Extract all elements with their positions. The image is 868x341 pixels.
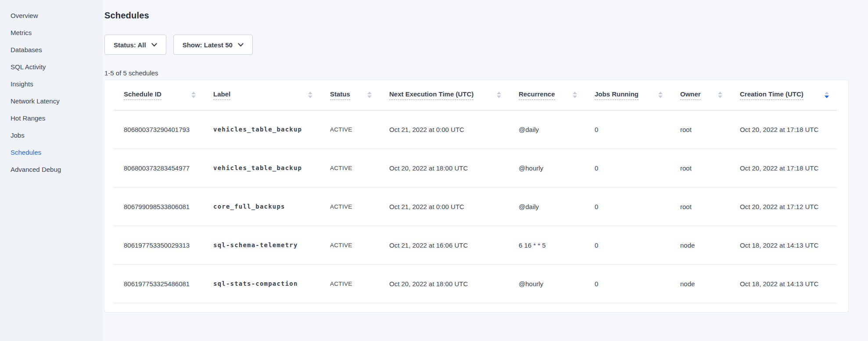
owner-cell: node bbox=[671, 226, 730, 264]
status-cell: ACTIVE bbox=[320, 226, 380, 264]
sidebar: Overview Metrics Databases SQL Activity … bbox=[0, 0, 103, 341]
column-label: Next Execution Time (UTC) bbox=[389, 90, 473, 100]
sidebar-item-hot-ranges[interactable]: Hot Ranges bbox=[0, 110, 103, 127]
sidebar-item-insights[interactable]: Insights bbox=[0, 75, 103, 92]
column-header-status[interactable]: Status bbox=[320, 80, 380, 110]
sort-icon bbox=[191, 92, 196, 98]
page-title: Schedules bbox=[104, 11, 848, 21]
schedule-label-cell: vehicles_table_backup bbox=[204, 149, 320, 187]
results-count: 1-5 of 5 schedules bbox=[104, 69, 848, 77]
column-header-creation-time[interactable]: Creation Time (UTC) bbox=[730, 80, 837, 110]
creation-time-cell: Oct 18, 2022 at 14:13 UTC bbox=[730, 264, 837, 303]
status-cell: ACTIVE bbox=[320, 110, 380, 149]
status-filter-label: Status: All bbox=[114, 41, 146, 49]
sort-icon bbox=[367, 92, 372, 98]
status-filter-dropdown[interactable]: Status: All bbox=[104, 35, 166, 55]
column-label: Owner bbox=[680, 90, 701, 100]
schedule-id-cell: 806197753325486081 bbox=[114, 264, 204, 303]
creation-time-cell: Oct 20, 2022 at 17:18 UTC bbox=[730, 110, 837, 149]
status-cell: ACTIVE bbox=[320, 264, 380, 303]
column-header-owner[interactable]: Owner bbox=[671, 80, 730, 110]
column-label: Schedule ID bbox=[124, 90, 161, 100]
sidebar-item-databases[interactable]: Databases bbox=[0, 41, 103, 58]
next-execution-cell: Oct 20, 2022 at 18:00 UTC bbox=[380, 149, 509, 187]
column-label: Jobs Running bbox=[595, 90, 638, 100]
table-header-row: Schedule ID Label Status Next Execution … bbox=[114, 80, 837, 110]
column-label: Label bbox=[213, 90, 230, 100]
jobs-running-cell: 0 bbox=[585, 264, 671, 303]
table-row: 806197753325486081 sql-stats-compaction … bbox=[114, 264, 837, 303]
table-row: 806799098533806081 core_full_backups ACT… bbox=[114, 187, 837, 226]
sort-icon bbox=[658, 92, 663, 98]
sidebar-item-network-latency[interactable]: Network Latency bbox=[0, 92, 103, 110]
owner-cell: node bbox=[671, 264, 730, 303]
schedule-label-cell: core_full_backups bbox=[204, 187, 320, 226]
recurrence-cell: 6 16 * * 5 bbox=[509, 226, 585, 264]
owner-cell: root bbox=[671, 110, 730, 149]
chevron-down-icon bbox=[151, 43, 157, 47]
column-header-recurrence[interactable]: Recurrence bbox=[509, 80, 585, 110]
schedules-card: Schedule ID Label Status Next Execution … bbox=[104, 80, 848, 312]
next-execution-cell: Oct 21, 2022 at 0:00 UTC bbox=[380, 187, 509, 226]
column-header-jobs-running[interactable]: Jobs Running bbox=[585, 80, 671, 110]
sort-icon bbox=[718, 92, 722, 98]
next-execution-cell: Oct 21, 2022 at 0:00 UTC bbox=[380, 110, 509, 149]
sidebar-item-overview[interactable]: Overview bbox=[0, 7, 103, 24]
column-label: Recurrence bbox=[519, 90, 555, 100]
recurrence-cell: @hourly bbox=[509, 149, 585, 187]
schedule-label-cell: vehicles_table_backup bbox=[204, 110, 320, 149]
next-execution-cell: Oct 20, 2022 at 18:00 UTC bbox=[380, 264, 509, 303]
creation-time-cell: Oct 20, 2022 at 17:12 UTC bbox=[730, 187, 837, 226]
column-label: Creation Time (UTC) bbox=[740, 90, 803, 100]
sort-icon bbox=[308, 92, 312, 98]
schedule-label-cell: sql-schema-telemetry bbox=[204, 226, 320, 264]
table-row: 806800373283454977 vehicles_table_backup… bbox=[114, 149, 837, 187]
sidebar-item-advanced-debug[interactable]: Advanced Debug bbox=[0, 161, 103, 178]
schedule-id-cell: 806799098533806081 bbox=[114, 187, 204, 226]
show-filter-dropdown[interactable]: Show: Latest 50 bbox=[173, 35, 253, 55]
filters-bar: Status: All Show: Latest 50 bbox=[104, 35, 848, 55]
sidebar-item-metrics[interactable]: Metrics bbox=[0, 24, 103, 41]
recurrence-cell: @daily bbox=[509, 187, 585, 226]
owner-cell: root bbox=[671, 149, 730, 187]
main-content: Schedules Status: All Show: Latest 50 1-… bbox=[103, 0, 868, 341]
recurrence-cell: @daily bbox=[509, 110, 585, 149]
show-filter-label: Show: Latest 50 bbox=[183, 41, 233, 49]
status-cell: ACTIVE bbox=[320, 187, 380, 226]
chevron-down-icon bbox=[238, 43, 244, 47]
sidebar-item-jobs[interactable]: Jobs bbox=[0, 127, 103, 144]
column-header-next-execution-time[interactable]: Next Execution Time (UTC) bbox=[380, 80, 509, 110]
sort-icon bbox=[573, 92, 577, 98]
sidebar-item-sql-activity[interactable]: SQL Activity bbox=[0, 58, 103, 75]
jobs-running-cell: 0 bbox=[585, 110, 671, 149]
schedule-id-cell: 806800373283454977 bbox=[114, 149, 204, 187]
next-execution-cell: Oct 21, 2022 at 16:06 UTC bbox=[380, 226, 509, 264]
jobs-running-cell: 0 bbox=[585, 149, 671, 187]
creation-time-cell: Oct 20, 2022 at 17:18 UTC bbox=[730, 149, 837, 187]
owner-cell: root bbox=[671, 187, 730, 226]
recurrence-cell: @hourly bbox=[509, 264, 585, 303]
sidebar-item-schedules[interactable]: Schedules bbox=[0, 144, 103, 161]
jobs-running-cell: 0 bbox=[585, 187, 671, 226]
creation-time-cell: Oct 18, 2022 at 14:13 UTC bbox=[730, 226, 837, 264]
sort-icon bbox=[497, 92, 501, 98]
schedule-label-cell: sql-stats-compaction bbox=[204, 264, 320, 303]
status-cell: ACTIVE bbox=[320, 149, 380, 187]
table-row: 806800373290401793 vehicles_table_backup… bbox=[114, 110, 837, 149]
column-label: Status bbox=[330, 90, 350, 100]
sort-icon bbox=[825, 92, 829, 98]
jobs-running-cell: 0 bbox=[585, 226, 671, 264]
column-header-schedule-id[interactable]: Schedule ID bbox=[114, 80, 204, 110]
schedules-table: Schedule ID Label Status Next Execution … bbox=[114, 80, 837, 303]
table-row: 806197753350029313 sql-schema-telemetry … bbox=[114, 226, 837, 264]
column-header-label[interactable]: Label bbox=[204, 80, 320, 110]
schedule-id-cell: 806800373290401793 bbox=[114, 110, 204, 149]
schedule-id-cell: 806197753350029313 bbox=[114, 226, 204, 264]
